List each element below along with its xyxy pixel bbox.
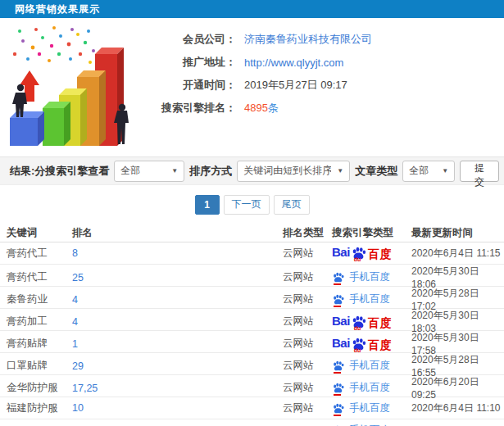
rank-cell[interactable]: 8 bbox=[72, 247, 283, 259]
engine-rank-value: 4895条 bbox=[244, 101, 279, 116]
engine-cell: Bai du 百度 bbox=[332, 271, 411, 283]
keyword-cell: 口罩贴牌 bbox=[7, 359, 72, 373]
rank-cell[interactable]: 17,25 bbox=[72, 383, 283, 394]
table-row: 膏药贴牌 1 云网站 Bai du 百度 bbox=[0, 331, 504, 353]
rank-cell[interactable]: 10 bbox=[72, 402, 283, 414]
engine-cell: Bai du 百度 bbox=[332, 246, 411, 261]
bar-chart-illustration bbox=[0, 23, 139, 154]
mobile-baidu-underline bbox=[334, 306, 341, 307]
table-row: 金华防护服 17,25 云网站 Bai du 百度 bbox=[0, 375, 504, 397]
last-page-button[interactable]: 尾页 bbox=[274, 195, 310, 215]
baidu-logo: Bai du 百度 bbox=[332, 337, 411, 351]
mobile-baidu-underline bbox=[334, 283, 341, 285]
updated-cell: 2020年6月20日 09:25 bbox=[411, 375, 504, 401]
mobile-baidu-paw-icon bbox=[332, 293, 345, 306]
info-row-engine-rank: 搜索引擎排名： 4895条 bbox=[139, 97, 372, 120]
table-row: 膏药代工 25 云网站 Bai du 百度 bbox=[0, 265, 504, 287]
filter-controls: 分搜索引擎查看 全部 ▼ 排序方式 关键词由短到长排序 ▼ 文章类型 全部 ▼ … bbox=[34, 161, 499, 182]
baidu-cn-text: 百度 bbox=[368, 248, 393, 260]
mobile-baidu-paw-icon bbox=[332, 382, 345, 394]
baidu-bai-text: Bai bbox=[332, 246, 350, 258]
filter-bar: 结果: 分搜索引擎查看 全部 ▼ 排序方式 关键词由短到长排序 ▼ 文章类型 全… bbox=[0, 156, 504, 185]
mobile-baidu-logo: 手机百度 bbox=[332, 402, 411, 415]
rank-cell[interactable]: 1 bbox=[72, 338, 283, 350]
keyword-cell: 金华防护服 bbox=[7, 381, 72, 395]
rank-cell[interactable]: 4 bbox=[72, 316, 283, 328]
company-name-link[interactable]: 济南秦鲁药业科技有限公司 bbox=[244, 32, 372, 47]
confetti-dots bbox=[13, 26, 105, 69]
keyword-cell: 福建防护服 bbox=[7, 401, 72, 415]
keyword-cell: 膏药贴牌 bbox=[7, 337, 72, 351]
rank-type-cell: 云网站 bbox=[283, 381, 332, 395]
rank-cell[interactable]: 25 bbox=[72, 272, 283, 283]
mobile-baidu-paw-icon bbox=[332, 402, 345, 415]
rank-unit: 条 bbox=[268, 102, 279, 114]
chevron-down-icon: ▼ bbox=[337, 167, 343, 174]
baidu-bai-text: Bai bbox=[332, 315, 350, 327]
baidu-paw-icon: du bbox=[351, 246, 367, 261]
mobile-baidu-label: 手机百度 bbox=[349, 403, 390, 414]
table-row: Bai du 百度 bbox=[0, 419, 504, 426]
pagination: 1 下一页 尾页 bbox=[0, 185, 504, 224]
next-page-button[interactable]: 下一页 bbox=[224, 195, 270, 215]
engine-rank-label: 搜索引擎排名： bbox=[139, 101, 236, 116]
col-updated: 最新更新时间 bbox=[411, 226, 504, 240]
mobile-baidu-logo: 手机百度 bbox=[332, 382, 411, 394]
table-row: 口罩贴牌 29 云网站 Bai du 百度 bbox=[0, 353, 504, 375]
baidu-bai-text: Bai bbox=[332, 337, 350, 349]
rank-type-cell: 云网站 bbox=[283, 359, 332, 373]
sort-filter-select[interactable]: 关键词由短到长排序 ▼ bbox=[237, 161, 350, 182]
engine-filter-select[interactable]: 全部 ▼ bbox=[114, 161, 184, 182]
baidu-du-text: du bbox=[354, 347, 361, 353]
mobile-baidu-label: 手机百度 bbox=[349, 360, 390, 371]
engine-filter-value: 全部 bbox=[120, 164, 166, 178]
company-info: 会员公司： 济南秦鲁药业科技有限公司 推广地址： http://www.qlyy… bbox=[139, 18, 372, 156]
rank-type-cell: 云网站 bbox=[283, 315, 332, 329]
sort-filter-value: 关键词由短到长排序 bbox=[243, 164, 331, 178]
mobile-baidu-logo: 手机百度 bbox=[332, 293, 411, 306]
baidu-logo: Bai du 百度 bbox=[332, 315, 411, 329]
updated-cell: 2020年6月4日 11:15 bbox=[411, 247, 504, 261]
mobile-baidu-label: 手机百度 bbox=[349, 272, 390, 283]
sort-filter-label: 排序方式 bbox=[189, 164, 232, 179]
mobile-baidu-label: 手机百度 bbox=[349, 294, 390, 305]
engine-cell: Bai du 百度 bbox=[332, 315, 411, 329]
page-button-1[interactable]: 1 bbox=[195, 195, 220, 215]
table-row: 膏药代工 8 云网站 Bai du 百度 bbox=[0, 242, 504, 265]
submit-button[interactable]: 提交 bbox=[460, 161, 499, 182]
keyword-cell: 膏药代工 bbox=[7, 247, 72, 261]
table-row: 膏药加工 4 云网站 Bai du 百度 bbox=[0, 309, 504, 331]
rank-count: 4895 bbox=[244, 102, 268, 114]
baidu-cn-text: 百度 bbox=[368, 339, 393, 351]
article-type-label: 文章类型 bbox=[355, 164, 397, 179]
engine-filter-label: 分搜索引擎查看 bbox=[34, 164, 109, 179]
col-keyword: 关键词 bbox=[7, 226, 72, 240]
rank-cell[interactable]: 4 bbox=[72, 294, 283, 306]
info-row-company: 会员公司： 济南秦鲁药业科技有限公司 bbox=[139, 28, 372, 51]
baidu-du-text: du bbox=[354, 325, 361, 331]
keyword-cell: 膏药加工 bbox=[7, 315, 72, 329]
promo-url-link[interactable]: http://www.qlyyjt.com bbox=[244, 57, 343, 69]
page-title: 网络营销效果展示 bbox=[15, 3, 100, 15]
mobile-baidu-label: 手机百度 bbox=[349, 383, 390, 393]
app-header: 网络营销效果展示 bbox=[0, 0, 504, 18]
table-body: 膏药代工 8 云网站 Bai du 百度 bbox=[0, 242, 504, 426]
article-type-value: 全部 bbox=[409, 164, 436, 178]
rank-type-cell: 云网站 bbox=[283, 270, 332, 284]
chevron-down-icon: ▼ bbox=[442, 167, 448, 174]
engine-cell: Bai du 百度 bbox=[332, 402, 411, 415]
rank-cell[interactable]: 29 bbox=[72, 360, 283, 372]
mobile-baidu-underline bbox=[334, 394, 341, 396]
col-engine-type: 搜索引擎类型 bbox=[332, 226, 411, 240]
info-row-open-time: 开通时间： 2019年5月27日 09:17 bbox=[139, 74, 372, 97]
engine-cell: Bai du 百度 bbox=[332, 382, 411, 394]
keyword-cell: 秦鲁药业 bbox=[7, 292, 72, 306]
info-section: 会员公司： 济南秦鲁药业科技有限公司 推广地址： http://www.qlyy… bbox=[0, 18, 504, 156]
mobile-baidu-underline bbox=[334, 372, 341, 374]
updated-cell: 2020年6月4日 11:10 bbox=[411, 401, 504, 415]
engine-cell: Bai du 百度 bbox=[332, 293, 411, 306]
mobile-baidu-logo: 手机百度 bbox=[332, 271, 411, 283]
table-header: 关键词 排名 排名类型 搜索引擎类型 最新更新时间 bbox=[0, 224, 504, 242]
article-type-select[interactable]: 全部 ▼ bbox=[402, 161, 455, 182]
keyword-table: 关键词 排名 排名类型 搜索引擎类型 最新更新时间 膏药代工 8 云网站 Bai… bbox=[0, 224, 504, 426]
